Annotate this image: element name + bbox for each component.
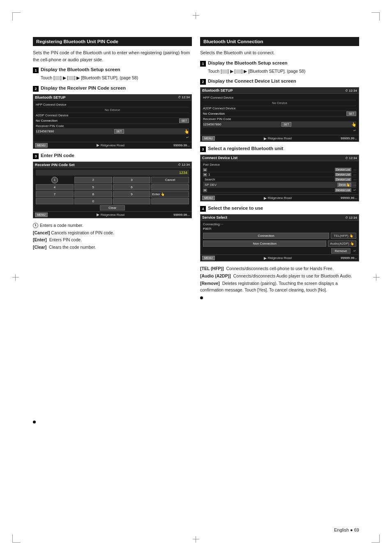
r2-screen-mileage: 99999.99...	[341, 136, 357, 140]
pin-screen-topbar: Receiver PIN Code Set ⏱ 12:34	[33, 162, 191, 168]
right-note-audio: [Audio (A2DP)] Connects/disconnects Audi…	[200, 273, 359, 280]
left-step1-num: 1	[33, 67, 39, 73]
left-bullet	[33, 421, 36, 423]
right-step4-num: 4	[200, 206, 206, 212]
right-step1-num: 1	[200, 61, 206, 67]
r2-cursor-icon: 👆	[351, 122, 356, 127]
service-row-1: Connection TEL(HFP)👆	[203, 232, 356, 240]
non-connection-btn[interactable]: Non Connection	[203, 240, 326, 247]
left-note-cancel: [Cancel] Cancels registration of PIN cod…	[33, 230, 192, 236]
screen-bottombar: MENU ▶ Ridgeview Road 99999.99...	[33, 142, 191, 148]
set-btn-2[interactable]: SET	[114, 129, 124, 134]
cursor-icon: 👆	[184, 129, 189, 134]
right-step3-title: Select a registered Bluetooth unit	[208, 146, 283, 151]
pin-menu-btn[interactable]: MENU	[35, 213, 48, 217]
left-step3-label: 3 Enter PIN code	[33, 153, 192, 159]
remove-btn[interactable]: Remove	[331, 248, 351, 254]
audio-a2dp-btn[interactable]: Audio(A2DP)👆	[328, 240, 356, 247]
r3-menu-btn[interactable]: MENU	[202, 196, 215, 200]
pin-screen-clock: ⏱ 12:34	[178, 163, 190, 166]
r2-row-a2dp-val: No Connection SET	[203, 111, 356, 117]
pin-btn-7[interactable]: 7	[36, 191, 74, 197]
right-step3-label: 3 Select a registered Bluetooth unit	[200, 146, 359, 152]
menu-btn[interactable]: MENU	[35, 143, 48, 148]
right-step1-label: 1 Display the Bluetooth Setup screen	[200, 60, 359, 67]
pin-screen-mileage: 99999.99...	[173, 213, 190, 217]
pin-btn-cancel[interactable]: Cancel	[151, 177, 189, 183]
r2-menu-btn[interactable]: MENU	[202, 136, 215, 141]
page-container: Registering Bluetooth Unit PIN Code Sets…	[0, 0, 392, 555]
pin-display: 1234	[36, 170, 189, 176]
two-column-layout: Registering Bluetooth Unit PIN Code Sets…	[33, 37, 359, 518]
crosshair-right	[373, 274, 380, 281]
pin-btn-circled1[interactable]: 1	[51, 177, 58, 183]
r3-screen-clock: ⏱ 12:34	[345, 156, 357, 160]
device-row-search: Search Device List ---	[203, 177, 356, 182]
r4-screen-mileage: 99999.99...	[341, 256, 357, 260]
right-step4: 4 Select the service to use Service Sele…	[200, 206, 359, 261]
right-step2-title: Display the Connect Device List screen	[208, 79, 296, 83]
device-btn-spdev[interactable]: Devic👆	[337, 183, 351, 187]
device-btn-2[interactable]: Device List	[335, 173, 351, 176]
right-section-header: Bluetooth Unit Connection	[200, 37, 359, 46]
left-step2-num: 2	[33, 86, 39, 92]
pin-btn-8[interactable]: 8	[74, 191, 112, 197]
pin-btn-5[interactable]: 5	[74, 184, 112, 190]
left-step2-title: Display the Receiver PIN Code screen	[41, 86, 126, 90]
r2-row-hfp-val: No Device	[203, 100, 356, 106]
pin-btn-3[interactable]: 3	[113, 177, 151, 183]
corner-tl	[12, 12, 21, 21]
screen-row-a2dp: A2DP Connect Device	[36, 113, 189, 118]
left-step1: 1 Display the Bluetooth Setup screen Tou…	[33, 67, 192, 81]
pin-btn-enter[interactable]: Enter 👆	[151, 191, 189, 197]
pin-btn-4[interactable]: 4	[36, 184, 74, 190]
tel-hfp-btn[interactable]: TEL(HFP)👆	[331, 233, 356, 239]
pin-btn-6[interactable]: 6	[113, 184, 151, 190]
right-notes: [TEL (HFP)] Connects/disconnects cell-ph…	[200, 266, 359, 293]
left-note-1: 1 Enters a code number.	[33, 222, 192, 229]
right-step1-desc: Touch [] ▶ [] ▶ [Bluetooth SETUP]. (page…	[208, 68, 359, 75]
corner-bl	[12, 534, 21, 543]
right-step2-num: 2	[200, 79, 206, 85]
left-step3-num: 3	[33, 153, 39, 159]
content-area: Registering Bluetooth Unit PIN Code Sets…	[33, 37, 359, 518]
right-step1: 1 Display the Bluetooth Setup screen Tou…	[200, 60, 359, 75]
r4-screen-bottombar: MENU ▶ Ridgeview Road 99999.99...	[201, 254, 359, 261]
r2-screen-road: ▶ Ridgeview Road	[264, 136, 292, 141]
left-column: Registering Bluetooth Unit PIN Code Sets…	[33, 37, 192, 518]
device-row-2: ▼ 1 Device List ---	[203, 172, 356, 177]
r2-set-btn-1[interactable]: SET	[346, 111, 356, 116]
device-btn-1[interactable]: Device List	[335, 168, 351, 171]
set-btn-1[interactable]: SET	[179, 118, 189, 123]
r2-row-a2dp: A2DP Connect Device	[203, 106, 356, 111]
connecting-label: Connecting:···	[203, 222, 356, 226]
r3-screen-mileage: 99999.99...	[341, 196, 357, 200]
screen-clock: ⏱ 12:34	[178, 95, 190, 99]
pin-screen-road: ▶ Ridgeview Road	[97, 213, 125, 217]
pin-btn-0[interactable]: 0	[74, 198, 112, 204]
device-btn-5[interactable]: Device List	[335, 188, 351, 192]
pin-btn-clear[interactable]: Clear	[100, 205, 125, 210]
pin-btn-9[interactable]: 9	[113, 191, 151, 197]
right-section-intro: Selects the Bluetooth unit to connect.	[200, 49, 359, 56]
r3-screen-bottombar: MENU ▶ Ridgeview Road 99999.99...	[201, 194, 359, 201]
r4-menu-btn[interactable]: MENU	[202, 256, 215, 260]
r2-screen-body: HFP Connect Device No Device A2DP Connec…	[201, 94, 359, 135]
left-step3-title: Enter PIN code	[41, 153, 74, 158]
left-step3: 3 Enter PIN code Receiver PIN Code Set ⏱…	[33, 153, 192, 218]
page-number: English ● 69	[334, 527, 359, 532]
r4-screen-clock: ⏱ 12:34	[345, 216, 357, 220]
right-step3-num: 3	[200, 146, 206, 152]
r2-screen-bottombar: MENU ▶ Ridgeview Road 99999.99...	[201, 135, 359, 141]
r3-screen-topbar: Connect Device List ⏱ 12:34	[201, 155, 359, 161]
connection-btn[interactable]: Connection	[203, 233, 329, 239]
screen-row-pin-val: 1234567890 SET 👆	[36, 129, 189, 134]
pin-btn-2[interactable]: 2	[74, 177, 112, 183]
r2-screen-clock: ⏱ 12:34	[345, 89, 357, 92]
r2-set-btn-2[interactable]: SET	[281, 122, 291, 127]
screen-topbar: Bluetooth SETUP ⏱ 12:34	[33, 95, 191, 101]
right-step3-screen: Connect Device List ⏱ 12:34 Pair Device …	[200, 155, 359, 201]
r2-row-pin-val: 1234567890 SET 👆	[203, 122, 356, 127]
device-btn-search[interactable]: Device List	[335, 178, 351, 181]
r2-row-hfp: HFP Connect Device	[203, 95, 356, 100]
